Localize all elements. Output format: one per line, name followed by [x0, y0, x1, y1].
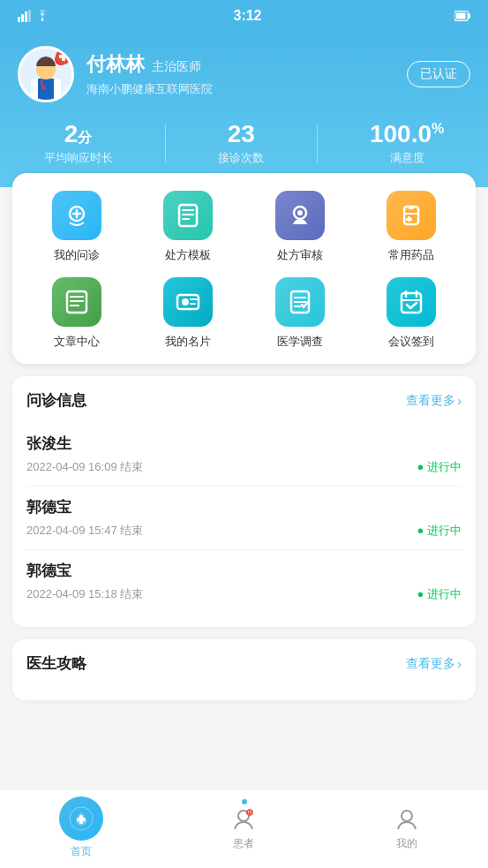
menu-item-inquiry[interactable]: 我的问诊 — [21, 191, 132, 263]
svg-point-55 — [402, 811, 412, 821]
profile-left: 付林林 主治医师 海南小鹏健康互联网医院 — [18, 46, 213, 102]
consult-section-header: 问诊信息 查看更多 › — [26, 390, 462, 411]
name-row: 付林林 主治医师 — [86, 51, 213, 78]
nav-icon-me — [393, 804, 421, 833]
nav-icon-patient — [229, 804, 258, 833]
menu-label-survey: 医学调查 — [277, 334, 323, 350]
battery-icon — [454, 10, 470, 22]
profile-hospital: 海南小鹏健康互联网医院 — [86, 81, 213, 97]
stat-satisfaction-value: 100.0% — [370, 120, 444, 148]
menu-item-article[interactable]: 文章中心 — [21, 277, 132, 350]
menu-label-review: 处方审核 — [277, 247, 323, 263]
stat-consults-value: 23 — [218, 120, 264, 148]
stat-consults-label: 接诊次数 — [218, 150, 264, 166]
menu-item-review[interactable]: 处方审核 — [244, 191, 356, 263]
profile-name: 付林林 — [86, 51, 145, 78]
svg-rect-17 — [59, 55, 68, 58]
consult-time-2: 2022-04-09 15:18 结束 — [26, 586, 143, 602]
nav-item-home[interactable]: 首页 — [0, 796, 162, 859]
menu-label-article: 文章中心 — [54, 334, 100, 350]
consult-meta-0: 2022-04-09 16:09 结束 进行中 — [26, 459, 462, 475]
avatar-badge — [56, 49, 71, 64]
nav-item-patient[interactable]: 患者 — [162, 804, 325, 851]
inquiry-icon — [52, 191, 101, 240]
consult-item-1[interactable]: 郭德宝 2022-04-09 15:47 结束 进行中 — [26, 487, 462, 550]
consult-status-2: 进行中 — [417, 586, 462, 602]
svg-rect-31 — [406, 218, 412, 221]
verified-badge: 已认证 — [407, 61, 470, 87]
consult-item-2[interactable]: 郭德宝 2022-04-09 15:18 结束 进行中 — [26, 550, 462, 613]
consult-section-title: 问诊信息 — [26, 390, 86, 411]
stat-divider-2 — [317, 124, 318, 162]
wifi-icon — [35, 10, 49, 22]
menu-card: 我的问诊 处方模板 处方审核 常用药品 — [12, 173, 476, 364]
menu-item-medicine[interactable]: 常用药品 — [356, 191, 467, 263]
svg-rect-0 — [18, 17, 20, 22]
consult-name-1: 郭德宝 — [26, 497, 462, 517]
menu-grid: 我的问诊 处方模板 处方审核 常用药品 — [21, 191, 467, 350]
nav-label-home: 首页 — [71, 844, 92, 859]
menu-item-template[interactable]: 处方模板 — [132, 191, 244, 263]
menu-label-template: 处方模板 — [165, 247, 211, 263]
chevron-icon: › — [457, 394, 462, 408]
status-bar: 3:12 — [0, 0, 488, 32]
bottom-nav: 首页 患者 我的 — [0, 789, 488, 868]
review-icon — [275, 191, 325, 240]
menu-item-checkin[interactable]: 会议签到 — [356, 277, 467, 350]
status-icons-right — [454, 10, 470, 22]
consult-meta-2: 2022-04-09 15:18 结束 进行中 — [26, 586, 462, 602]
consult-name-0: 张浚生 — [26, 434, 462, 454]
svg-point-26 — [297, 210, 303, 215]
menu-item-survey[interactable]: 医学调查 — [244, 277, 356, 350]
menu-item-card[interactable]: 我的名片 — [132, 277, 244, 350]
menu-label-card: 我的名片 — [165, 334, 211, 350]
svg-rect-54 — [249, 812, 252, 814]
guide-more-link[interactable]: 查看更多 › — [406, 656, 462, 672]
profile-row: 付林林 主治医师 海南小鹏健康互联网医院 已认证 — [18, 46, 470, 102]
svg-rect-1 — [21, 14, 24, 22]
nav-label-me: 我的 — [396, 836, 417, 851]
survey-icon — [275, 277, 325, 327]
svg-rect-10 — [38, 79, 54, 100]
stat-response-value: 2分 — [44, 120, 113, 148]
avatar — [18, 46, 74, 102]
consult-section: 问诊信息 查看更多 › 张浚生 2022-04-09 16:09 结束 进行中 … — [12, 376, 476, 627]
consult-status-0: 进行中 — [417, 459, 462, 475]
menu-label-medicine: 常用药品 — [388, 247, 434, 263]
stat-divider-1 — [165, 124, 166, 162]
svg-point-15 — [42, 87, 46, 90]
consult-time-1: 2022-04-09 15:47 结束 — [26, 523, 143, 539]
stats-row: 2分 平均响应时长 23 接诊次数 100.0% 满意度 — [18, 120, 470, 166]
svg-rect-6 — [456, 12, 466, 19]
consult-name-2: 郭德宝 — [26, 561, 462, 581]
status-icons-left — [18, 10, 49, 22]
profile-title: 主治医师 — [152, 59, 201, 75]
consult-more-link[interactable]: 查看更多 › — [406, 393, 462, 409]
guide-section-title: 医生攻略 — [26, 653, 86, 674]
guide-section-header: 医生攻略 查看更多 › — [26, 653, 462, 674]
stat-response: 2分 平均响应时长 — [44, 120, 113, 166]
stat-satisfaction: 100.0% 满意度 — [370, 120, 444, 166]
template-icon — [163, 191, 213, 240]
card-icon — [163, 277, 213, 327]
header: 付林林 主治医师 海南小鹏健康互联网医院 已认证 2分 平均响应时长 23 接诊… — [0, 32, 488, 187]
consult-meta-1: 2022-04-09 15:47 结束 进行中 — [26, 523, 462, 539]
page-indicator — [242, 799, 247, 804]
svg-rect-44 — [402, 293, 421, 313]
svg-rect-2 — [25, 11, 27, 22]
svg-point-4 — [41, 19, 44, 21]
consult-status-1: 进行中 — [417, 523, 462, 539]
menu-label-inquiry: 我的问诊 — [54, 247, 100, 263]
nav-icon-home — [59, 796, 103, 841]
consult-item-0[interactable]: 张浚生 2022-04-09 16:09 结束 进行中 — [26, 423, 462, 487]
dot-1 — [242, 799, 247, 804]
stat-response-label: 平均响应时长 — [44, 150, 113, 166]
nav-label-patient: 患者 — [233, 836, 254, 851]
profile-info: 付林林 主治医师 海南小鹏健康互联网医院 — [86, 51, 213, 97]
guide-section: 医生攻略 查看更多 › — [12, 639, 476, 700]
status-time: 3:12 — [233, 8, 261, 24]
nav-item-profile[interactable]: 我的 — [326, 804, 488, 851]
cross-icon — [58, 51, 69, 62]
svg-rect-3 — [28, 10, 31, 22]
svg-rect-50 — [77, 818, 86, 821]
